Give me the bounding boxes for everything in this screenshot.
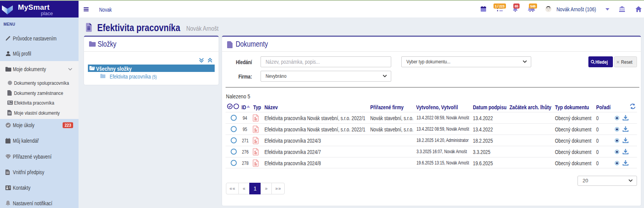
svg-text:PDF: PDF [254,153,257,155]
svg-text:PDF: PDF [254,142,257,143]
svg-text:PDF: PDF [254,131,257,132]
svg-text:PDF: PDF [254,119,257,121]
svg-text:PDF: PDF [254,164,257,166]
